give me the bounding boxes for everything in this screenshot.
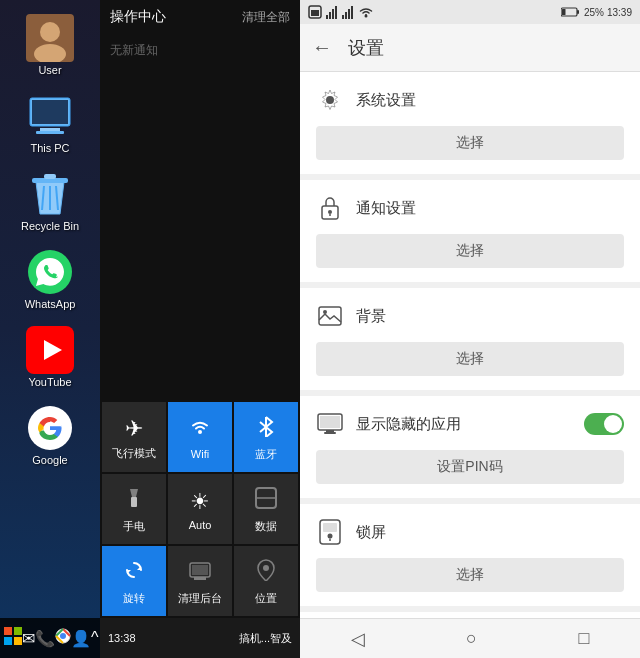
windows-taskbar: ✉ 📞 👤 ^ <box>0 618 100 658</box>
status-right: 25% 13:39 <box>561 6 632 18</box>
windows-desktop: User This PC Recycle Bin <box>0 0 100 658</box>
svg-point-1 <box>40 22 60 42</box>
lockscreen-icon <box>316 518 344 546</box>
section-lock: 锁屏 选择 <box>300 504 640 606</box>
nav-recent-button[interactable]: □ <box>578 628 589 649</box>
svg-rect-31 <box>192 565 208 575</box>
brightness-icon: ☀ <box>190 489 210 515</box>
svg-rect-17 <box>4 627 12 635</box>
auto-label: Auto <box>189 519 212 531</box>
quick-btn-airplane[interactable]: ✈ 飞行模式 <box>102 402 166 472</box>
quick-btn-bluetooth[interactable]: 蓝牙 <box>234 402 298 472</box>
lock-row: 锁屏 <box>316 518 624 546</box>
svg-rect-32 <box>194 577 206 580</box>
desktop-icon-recyclebin-label: Recycle Bin <box>21 220 79 232</box>
section-background: 背景 选择 <box>300 288 640 390</box>
battery-icon <box>561 6 581 18</box>
svg-rect-47 <box>562 9 566 15</box>
lock-select-button[interactable]: 选择 <box>316 558 624 592</box>
notification-select-button[interactable]: 选择 <box>316 234 624 268</box>
nav-home-button[interactable]: ○ <box>466 628 477 649</box>
taskbar-info: 搞机...智及 <box>239 631 292 646</box>
system-row: 系统设置 <box>316 86 624 114</box>
background-row: 背景 <box>316 302 624 330</box>
taskbar-time: 13:38 <box>108 632 136 644</box>
desktop-icon-user[interactable]: User <box>10 10 90 80</box>
hidden-apps-pin-button[interactable]: 设置PIN码 <box>316 450 624 484</box>
settings-title: 设置 <box>348 36 384 60</box>
notification-center: 操作中心 清理全部 无新通知 ✈ 飞行模式 Wifi <box>100 0 300 658</box>
settings-content: 系统设置 选择 通知设置 选择 <box>300 72 640 618</box>
hidden-apps-label: 显示隐藏的应用 <box>356 415 572 434</box>
gear-icon <box>316 86 344 114</box>
location-label: 位置 <box>255 591 277 606</box>
location-icon <box>256 559 276 587</box>
battery-percent: 25% <box>584 7 604 18</box>
svg-rect-18 <box>14 627 22 635</box>
desktop-icon-thispc-label: This PC <box>30 142 69 154</box>
data-label: 数据 <box>255 519 277 534</box>
svg-rect-25 <box>131 497 137 507</box>
avatar-taskbar[interactable]: 👤 <box>71 629 91 648</box>
nav-back-button[interactable]: ◁ <box>351 628 365 650</box>
svg-rect-38 <box>332 9 334 19</box>
quick-settings-grid: ✈ 飞行模式 Wifi 蓝牙 <box>100 400 300 618</box>
svg-rect-37 <box>329 12 331 19</box>
quick-btn-auto[interactable]: ☀ Auto <box>168 474 232 544</box>
desktop-icon-youtube-label: YouTube <box>28 376 71 388</box>
quick-btn-data[interactable]: 数据 <box>234 474 298 544</box>
system-select-button[interactable]: 选择 <box>316 126 624 160</box>
quick-btn-wifi[interactable]: Wifi <box>168 402 232 472</box>
background-label: 背景 <box>356 307 624 326</box>
mail-taskbar-icon[interactable]: ✉ <box>22 629 35 648</box>
desktop-icon-recyclebin[interactable]: Recycle Bin <box>10 166 90 236</box>
desktop-icon-thispc[interactable]: This PC <box>10 88 90 158</box>
svg-point-23 <box>198 430 202 434</box>
flashlight-icon <box>123 487 145 515</box>
status-time: 13:39 <box>607 7 632 18</box>
android-status-bar: 25% 13:39 <box>300 0 640 24</box>
hidden-apps-toggle[interactable] <box>584 413 624 435</box>
wifi-icon <box>189 416 211 444</box>
rotate-icon <box>123 559 145 587</box>
wifi-status-icon <box>358 6 374 18</box>
background-select-button[interactable]: 选择 <box>316 342 624 376</box>
quick-btn-flashlight[interactable]: 手电 <box>102 474 166 544</box>
quick-btn-rotate[interactable]: 旋转 <box>102 546 166 616</box>
desktop-icon-youtube[interactable]: YouTube <box>10 322 90 392</box>
notification-settings-label: 通知设置 <box>356 199 624 218</box>
arrow-taskbar[interactable]: ^ <box>91 629 99 647</box>
notif-clear-button[interactable]: 清理全部 <box>242 9 290 26</box>
desktop-icon-user-label: User <box>38 64 61 76</box>
notif-title: 操作中心 <box>110 8 166 26</box>
svg-rect-36 <box>326 15 328 19</box>
desktop-icon-whatsapp[interactable]: WhatsApp <box>10 244 90 314</box>
svg-point-48 <box>327 97 333 103</box>
quick-btn-location[interactable]: 位置 <box>234 546 298 616</box>
svg-point-33 <box>263 565 269 571</box>
image-icon <box>316 302 344 330</box>
start-button[interactable] <box>4 627 22 649</box>
lock-label: 锁屏 <box>356 523 624 542</box>
chrome-taskbar-icon[interactable] <box>55 628 71 648</box>
settings-header: ← 设置 <box>300 24 640 72</box>
clearbg-label: 清理后台 <box>178 591 222 606</box>
section-system: 系统设置 选择 <box>300 72 640 174</box>
middle-taskbar: 13:38 搞机...智及 <box>100 618 300 658</box>
desktop-icon-google-label: Google <box>32 454 67 466</box>
svg-rect-59 <box>323 523 337 532</box>
network-icon-1 <box>326 5 338 19</box>
system-settings-label: 系统设置 <box>356 91 624 110</box>
desktop-icon-google[interactable]: Google <box>10 400 90 470</box>
svg-rect-56 <box>326 430 334 432</box>
quick-btn-clearbg[interactable]: 清理后台 <box>168 546 232 616</box>
svg-rect-41 <box>345 12 347 19</box>
flashlight-label: 手电 <box>123 519 145 534</box>
svg-rect-43 <box>351 6 353 19</box>
svg-point-60 <box>328 534 333 539</box>
svg-rect-42 <box>348 9 350 19</box>
sim-icon <box>308 5 322 19</box>
svg-rect-55 <box>320 416 340 428</box>
phone-taskbar-icon[interactable]: 📞 <box>35 629 55 648</box>
back-button[interactable]: ← <box>312 36 332 59</box>
